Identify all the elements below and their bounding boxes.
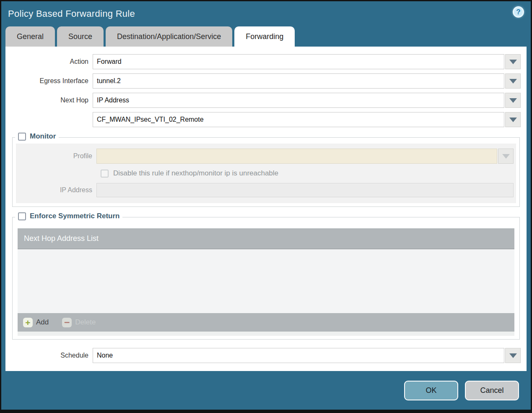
disable-rule-checkbox-label: Disable this rule if nexthop/monitor ip … [113,169,278,178]
forwarding-tab-panel: Action Egress Interface Next Hop [5,47,527,371]
next-hop-address-row [11,112,521,127]
ok-button[interactable]: OK [404,381,458,400]
action-input[interactable] [93,54,504,69]
next-hop-type-dropdown-button[interactable] [505,93,521,108]
next-hop-label: Next Hop [11,97,93,104]
tab-forwarding[interactable]: Forwarding [234,26,295,47]
minus-icon: − [62,318,72,327]
profile-input [96,149,497,164]
monitor-ip-address-input [96,183,514,197]
enforce-symmetric-return-legend-label: Enforce Symmetric Return [30,212,119,220]
disable-rule-checkbox-row: Disable this rule if nexthop/monitor ip … [101,169,514,178]
monitor-fieldset: Monitor Profile Disable this rule if nex… [12,137,520,207]
tab-bar: General Source Destination/Application/S… [1,26,531,47]
policy-based-forwarding-dialog: Policy Based Forwarding Rule ? General S… [0,0,532,413]
action-label: Action [11,58,93,65]
egress-interface-dropdown-button[interactable] [505,73,521,89]
grid-toolbar: + Add − Delete [18,313,514,332]
monitor-ip-address-row: IP Address [18,183,514,197]
next-hop-address-list-grid: Next Hop Address List + Add − Delete [18,228,514,332]
chevron-down-icon [509,98,517,103]
help-icon[interactable]: ? [513,6,524,18]
next-hop-row: Next Hop [11,93,521,108]
egress-interface-row: Egress Interface [11,73,521,89]
plus-icon: + [23,318,33,327]
delete-button[interactable]: − Delete [62,318,96,327]
monitor-ip-address-label: IP Address [18,186,96,194]
schedule-label: Schedule [11,352,93,359]
tab-destination-application-service[interactable]: Destination/Application/Service [106,26,232,47]
page-title: Policy Based Forwarding Rule [8,8,135,19]
next-hop-address-list-body[interactable] [18,249,514,313]
monitor-checkbox[interactable] [18,133,26,141]
dialog-footer: OK Cancel [1,371,531,410]
chevron-down-icon [509,60,517,64]
schedule-dropdown-button[interactable] [505,348,521,363]
profile-dropdown-button [498,149,514,164]
profile-row: Profile [18,149,514,164]
chevron-down-icon [502,154,510,159]
chevron-down-icon [509,353,517,358]
delete-button-label: Delete [75,318,96,327]
egress-interface-input[interactable] [93,73,504,89]
enforce-symmetric-return-checkbox[interactable] [18,212,26,220]
enforce-symmetric-return-legend: Enforce Symmetric Return [15,212,122,220]
monitor-legend-label: Monitor [30,132,56,141]
next-hop-address-input[interactable] [93,112,504,127]
next-hop-address-dropdown-button[interactable] [505,112,521,127]
cancel-button[interactable]: Cancel [465,381,519,400]
tab-source[interactable]: Source [57,26,104,47]
next-hop-address-list-column-header[interactable]: Next Hop Address List [18,228,514,249]
egress-interface-label: Egress Interface [11,77,93,85]
enforce-symmetric-return-fieldset: Enforce Symmetric Return Next Hop Addres… [12,217,520,340]
add-button[interactable]: + Add [23,318,49,327]
disable-rule-checkbox [101,170,109,178]
action-dropdown-button[interactable] [505,54,521,69]
add-button-label: Add [36,318,49,327]
action-row: Action [11,54,521,69]
monitor-legend: Monitor [15,132,59,141]
monitor-panel: Profile Disable this rule if nexthop/mon… [16,144,516,203]
schedule-row: Schedule [11,348,521,363]
next-hop-type-input[interactable] [93,93,504,108]
grid-scrollbar-strip [18,332,514,336]
tab-general[interactable]: General [5,26,55,47]
profile-label: Profile [18,152,96,160]
chevron-down-icon [509,79,517,84]
dialog-titlebar: Policy Based Forwarding Rule ? [1,1,531,26]
schedule-input[interactable] [93,348,504,363]
chevron-down-icon [509,118,517,122]
